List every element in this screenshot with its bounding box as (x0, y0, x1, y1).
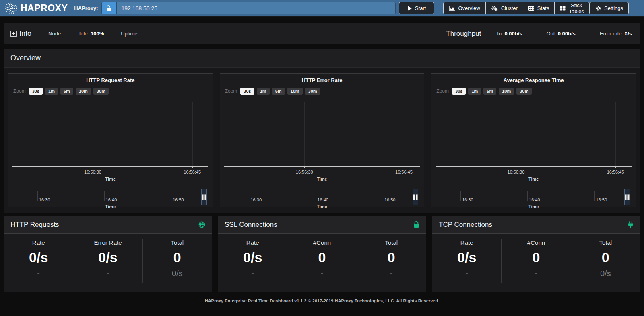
charts-row: HTTP Request Rate Zoom 30s 1m 5m 10m 30m… (4, 68, 640, 207)
start-button[interactable]: Start (399, 2, 434, 14)
navigator-axis-title: Time (12, 204, 208, 209)
zoom-label: Zoom (13, 88, 26, 94)
zoom-10m-button[interactable]: 10m (76, 88, 91, 95)
chart-plot-area (224, 102, 420, 167)
zoom-controls: Zoom 30s 1m 5m 10m 30m (436, 88, 532, 95)
chart-title: Average Response Time (431, 74, 636, 83)
zoom-30s-button[interactable]: 30s (240, 88, 254, 95)
stat-rate: Rate 0/s - (218, 239, 287, 283)
stat-total: Total 0 0/s (571, 239, 640, 283)
settings-button[interactable]: Settings (590, 2, 629, 14)
zoom-controls: Zoom 30s 1m 5m 10m 30m (225, 88, 320, 95)
navigator-axis-title: Time (224, 204, 420, 209)
card-body: Rate 0/s - #Conn 0 - Total 0 0/s (432, 234, 640, 287)
cluster-button[interactable]: Cluster (485, 2, 523, 14)
chart-title: HTTP Request Rate (8, 74, 213, 83)
overview-button[interactable]: Overview (443, 2, 485, 14)
card-header: HTTP Requests (4, 216, 212, 234)
chart-plot-area (436, 102, 632, 167)
haproxy-label: HAProxy: (74, 5, 98, 11)
info-expand[interactable]: Info (10, 29, 31, 38)
x-axis-title: Time (431, 176, 636, 181)
zoom-1m-button[interactable]: 1m (45, 88, 58, 95)
in-stat: In: 0.00b/s (497, 31, 522, 37)
zoom-30m-button[interactable]: 30m (93, 88, 109, 95)
cogs-icon (491, 6, 498, 11)
chart-average-response-time: Average Response Time Zoom 30s 1m 5m 10m… (431, 73, 636, 207)
footer-copyright: HAProxy Enterprise Real Time Dashboard v… (0, 292, 644, 309)
zoom-30m-button[interactable]: 30m (516, 88, 532, 95)
navigator-range-handle[interactable] (201, 189, 207, 205)
idle-stat: Idle: 100% (79, 31, 104, 37)
table-icon (528, 6, 534, 11)
stat-cards-row: HTTP Requests Rate 0/s - Error Rate (4, 216, 640, 292)
chart-navigator[interactable]: 16:30 16:40 16:50 Time (224, 191, 420, 208)
navigator-range-handle[interactable] (413, 189, 418, 205)
uptime-stat: Uptime: (121, 31, 139, 37)
plus-square-icon (10, 31, 17, 37)
x-axis-labels: 16:56:30 16:56:45 (224, 170, 420, 174)
info-bar: Info Node: Idle: 100% Uptime: Throughput… (4, 23, 640, 44)
zoom-5m-button[interactable]: 5m (483, 88, 496, 95)
chart-plot-area (12, 102, 208, 167)
stats-button[interactable]: Stats (523, 2, 555, 14)
chart-http-error-rate: HTTP Error Rate Zoom 30s 1m 5m 10m 30m 1… (220, 73, 425, 207)
zoom-1m-button[interactable]: 1m (257, 88, 270, 95)
zoom-controls: Zoom 30s 1m 5m 10m 30m (13, 88, 109, 95)
stat-total: Total 0 - (357, 239, 426, 283)
stat-conn: #Conn 0 - (287, 239, 357, 283)
stat-rate: Rate 0/s - (432, 239, 502, 283)
unlock-icon[interactable] (102, 2, 117, 14)
card-body: Rate 0/s - #Conn 0 - Total 0 - (218, 234, 426, 287)
zoom-10m-button[interactable]: 10m (499, 88, 514, 95)
tcp-connections-card: TCP Connections Rate 0/s - #Conn 0 (432, 216, 640, 292)
zoom-30s-button[interactable]: 30s (29, 88, 43, 95)
http-requests-card: HTTP Requests Rate 0/s - Error Rate (4, 216, 212, 292)
lock-icon (413, 221, 419, 228)
zoom-label: Zoom (436, 88, 449, 94)
overview-section: Overview HTTP Request Rate Zoom 30s 1m 5… (4, 49, 640, 213)
card-header: SSL Connections (218, 216, 426, 234)
x-axis-labels: 16:56:30 16:56:45 (12, 170, 208, 174)
stat-conn: #Conn 0 - (502, 239, 571, 283)
card-body: Rate 0/s - Error Rate 0/s - Total 0 0/s (4, 234, 212, 287)
card-header: TCP Connections (432, 216, 640, 234)
chart-title: HTTP Error Rate (220, 74, 424, 83)
error-rate-stat: Error rate: 0/s (600, 31, 632, 37)
node-stat: Node: (48, 31, 62, 37)
zoom-5m-button[interactable]: 5m (60, 88, 73, 95)
chart-http-request-rate: HTTP Request Rate Zoom 30s 1m 5m 10m 30m… (8, 73, 213, 207)
address-input-group (101, 2, 396, 14)
area-chart-icon (449, 6, 455, 11)
play-icon (407, 6, 412, 11)
chart-navigator[interactable]: 16:30 16:40 16:50 Time (12, 191, 208, 208)
overview-title: Overview (4, 49, 640, 68)
card-title: SSL Connections (225, 221, 277, 229)
x-axis-title: Time (220, 176, 424, 181)
brand-text: HAPROXY (21, 3, 68, 14)
top-navbar: HAPROXY HAProxy: Start Overview (0, 0, 644, 17)
stick-tables-button[interactable]: Stick Tables (554, 2, 590, 14)
stat-total: Total 0 0/s (143, 239, 212, 283)
gear-icon (595, 6, 601, 11)
zoom-1m-button[interactable]: 1m (468, 88, 481, 95)
zoom-10m-button[interactable]: 10m (287, 88, 303, 95)
chart-navigator[interactable]: 16:30 16:40 16:50 Time (436, 191, 632, 208)
zoom-30s-button[interactable]: 30s (452, 88, 466, 95)
ssl-connections-card: SSL Connections Rate 0/s - #Conn 0 - Tot… (218, 216, 426, 292)
stat-error-rate: Error Rate 0/s - (73, 239, 142, 283)
navigator-range-handle[interactable] (624, 189, 630, 205)
haproxy-logo-icon (4, 2, 18, 15)
card-title: HTTP Requests (10, 221, 59, 229)
brand-logo: HAPROXY (4, 2, 68, 15)
zoom-label: Zoom (225, 88, 237, 94)
view-button-group: Overview Cluster (443, 2, 590, 14)
card-title: TCP Connections (439, 221, 492, 229)
th-large-icon (560, 6, 566, 11)
zoom-5m-button[interactable]: 5m (272, 88, 285, 95)
address-input[interactable] (117, 2, 395, 14)
stat-rate: Rate 0/s - (4, 239, 73, 283)
zoom-30m-button[interactable]: 30m (305, 88, 320, 95)
globe-icon (198, 221, 205, 228)
throughput-group: Throughput In: 0.00b/s Out: 0.00b/s Erro… (446, 30, 634, 38)
